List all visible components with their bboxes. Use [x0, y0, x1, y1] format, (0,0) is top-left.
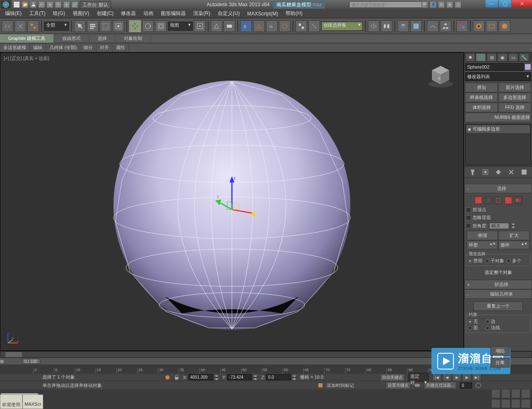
align-icon[interactable] — [381, 20, 392, 32]
menu-graph[interactable]: 图形编辑器 — [158, 9, 189, 18]
material-editor-icon[interactable] — [456, 20, 468, 32]
show-result-icon[interactable] — [482, 168, 489, 176]
zoom-extents-icon[interactable] — [491, 399, 500, 408]
subobj-edge-icon[interactable] — [485, 197, 492, 204]
select-region-icon[interactable] — [100, 20, 111, 32]
help-search-input[interactable] — [349, 1, 424, 8]
panel-tab-display-icon[interactable]: ▭ — [508, 53, 518, 62]
rotate-tool-icon[interactable] — [142, 20, 154, 32]
maximize-button[interactable]: ▢ — [499, 0, 511, 7]
current-frame-field[interactable]: 0 — [460, 382, 472, 389]
link-tool-icon[interactable] — [2, 20, 13, 32]
btn-extrude[interactable]: 挤出 — [465, 83, 498, 92]
key-mode-dropdown[interactable]: 选定对 — [408, 373, 429, 382]
panel-tab-utilities-icon[interactable]: 🔧 — [519, 53, 529, 62]
ref-coord-dropdown[interactable]: 视图 — [168, 22, 193, 31]
manipulate-icon[interactable] — [211, 20, 222, 32]
pan-view-icon[interactable] — [491, 389, 500, 398]
select-tool-icon[interactable] — [74, 20, 86, 32]
btn-nurbs-select[interactable]: NURBS 曲面选择 — [465, 113, 531, 122]
radio-constraint-none[interactable] — [468, 320, 472, 324]
undo-dd-icon[interactable]: ▾ — [47, 1, 53, 8]
subobj-poly-icon[interactable] — [505, 197, 512, 204]
ribbon-sub-align[interactable]: 对齐 — [96, 43, 113, 52]
layers-icon[interactable] — [397, 20, 409, 32]
next-frame-icon[interactable]: ▶ — [462, 374, 471, 381]
render-frame-icon[interactable] — [486, 20, 498, 32]
app-menu-button[interactable] — [0, 0, 12, 9]
help-icon[interactable]: ? — [455, 1, 461, 8]
btn-ffd-select[interactable]: FFD 选择 — [498, 103, 531, 112]
subobj-element-icon[interactable] — [515, 197, 522, 204]
stack-item-editable-poly[interactable]: ■可编辑多边形 — [466, 125, 530, 133]
cb-by-angle[interactable] — [466, 223, 471, 228]
render-icon[interactable] — [499, 20, 510, 32]
orbit-icon[interactable] — [511, 399, 520, 408]
panel-tab-create-icon[interactable]: ✹ — [465, 53, 475, 62]
btn-separate[interactable]: 分离 — [490, 358, 510, 367]
btn-loop[interactable]: 循环▲▼ — [498, 241, 530, 249]
ribbon-sub-edit[interactable]: 编辑 — [30, 43, 46, 52]
open-file-icon[interactable]: 📁 — [22, 1, 28, 8]
set-key-button[interactable]: 设置关键点 — [386, 382, 411, 389]
maximize-viewport-icon[interactable] — [521, 399, 530, 408]
ribbon-sub-prop[interactable]: 属性 — [113, 43, 129, 52]
menu-maxscript[interactable]: MAXScript(M) — [244, 10, 282, 17]
search-icon[interactable]: 🔍 — [421, 1, 428, 8]
bind-tool-icon[interactable] — [27, 20, 39, 32]
ribbon-sub-geom[interactable]: 几何体 (全部) — [46, 43, 80, 52]
selection-filter-dropdown[interactable]: 全部 — [44, 22, 69, 31]
lock-icon[interactable] — [174, 375, 180, 380]
fov-icon[interactable] — [521, 389, 530, 398]
key-filters-button[interactable]: 关键点过滤器... — [424, 382, 456, 389]
minimize-button[interactable]: — — [485, 0, 498, 7]
layer-manager-icon[interactable] — [410, 20, 422, 32]
render-setup-icon[interactable] — [473, 20, 485, 32]
timeline-prefix-icon[interactable]: ⊞ — [0, 359, 17, 364]
scale-tool-icon[interactable] — [155, 20, 167, 32]
lock-selection-icon[interactable] — [165, 375, 170, 380]
tab-welcome[interactable]: 欢迎使用 — [0, 394, 22, 409]
viewport-label[interactable]: [+] [正交] [真实 + 边面] — [4, 55, 49, 62]
frame-indicator[interactable]: 0 / 100 — [22, 359, 40, 364]
rollout-soft-selection[interactable]: +软选择 — [464, 280, 532, 289]
btn-face-select[interactable]: 面片选择 — [498, 83, 531, 92]
menu-edit[interactable]: 编辑(E) — [2, 9, 25, 18]
new-file-icon[interactable]: ◻ — [13, 1, 20, 8]
radio-preview-multi[interactable] — [507, 259, 511, 263]
time-config-icon[interactable] — [475, 382, 481, 388]
exchange-icon[interactable]: ✕ — [438, 1, 445, 8]
object-color-swatch[interactable] — [525, 64, 531, 70]
panel-tab-modify-icon[interactable] — [476, 53, 486, 62]
link-icon[interactable]: 🔗 — [71, 1, 78, 8]
key-icon[interactable] — [414, 382, 421, 388]
menu-render[interactable]: 渲染(R) — [190, 9, 214, 18]
menu-custom[interactable]: 自定义(U) — [214, 9, 243, 18]
tab-maxscript[interactable]: MAXScr — [22, 394, 43, 409]
play-icon[interactable]: ▶ — [452, 374, 461, 381]
panel-tab-hierarchy-icon[interactable]: ⊞ — [487, 53, 497, 62]
coord-x-field[interactable]: 4051.309 — [188, 374, 213, 380]
mirror-icon[interactable] — [368, 20, 379, 32]
coord-z-field[interactable]: 0.0 — [266, 374, 291, 380]
modifier-stack[interactable]: ■可编辑多边形 — [465, 124, 531, 165]
zoom-icon[interactable] — [511, 389, 520, 398]
angle-spinner[interactable]: 45.0 — [489, 223, 509, 229]
redo-dd-icon[interactable]: ▾ — [63, 1, 70, 8]
panel-tab-motion-icon[interactable]: ◉ — [498, 53, 507, 62]
zoom-all-icon[interactable] — [501, 399, 510, 408]
window-crossing-icon[interactable] — [113, 20, 124, 32]
btn-repeat-last[interactable]: 重复上一个 — [473, 301, 523, 311]
btn-grow[interactable]: 扩大 — [498, 231, 530, 240]
menu-modifiers[interactable]: 修改器 — [118, 9, 139, 18]
named-sel-icon[interactable] — [296, 20, 307, 32]
walk-view-icon[interactable] — [501, 389, 510, 398]
select-name-icon[interactable] — [87, 20, 99, 32]
radio-constraint-face[interactable] — [468, 326, 472, 330]
workbench-dropdown[interactable]: 工作台: 默认 — [80, 1, 111, 9]
btn-ring[interactable]: 环形▲▼ — [467, 241, 498, 249]
move-tool-icon[interactable] — [129, 20, 141, 32]
goto-end-icon[interactable]: ▶| — [472, 374, 481, 381]
radio-constraint-edge[interactable] — [485, 320, 490, 324]
pivot-center-icon[interactable] — [194, 20, 206, 32]
